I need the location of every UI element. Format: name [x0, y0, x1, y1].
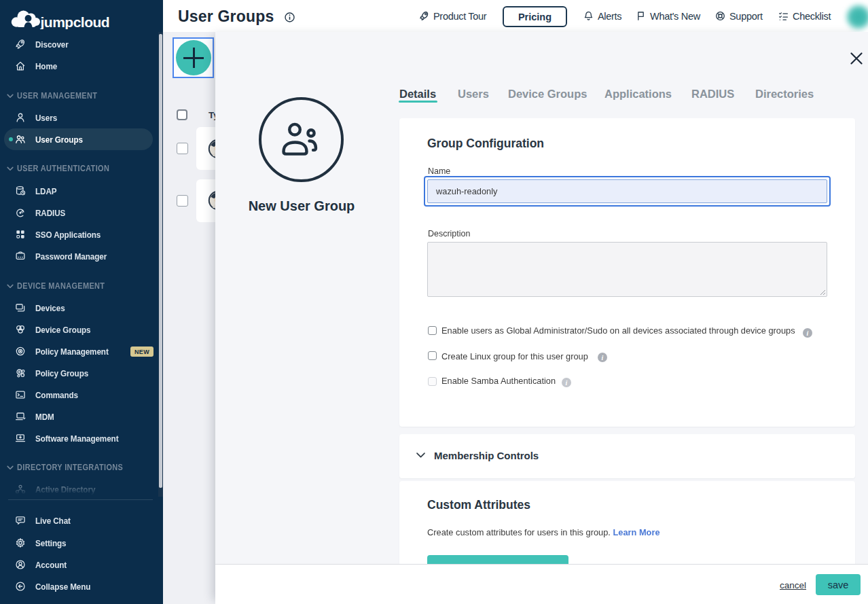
svg-text:jumpcloud: jumpcloud: [40, 14, 110, 30]
